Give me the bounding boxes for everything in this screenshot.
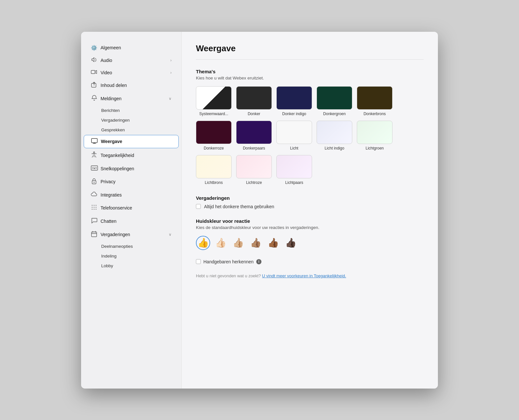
sidebar-sub-lobby[interactable]: Lobby bbox=[84, 261, 179, 270]
theme-label-light-bronze: Lichtbrons bbox=[205, 180, 223, 185]
skin-tone-desc: Kies de standaardhuidskleur voor uw reac… bbox=[196, 225, 424, 230]
svg-point-20 bbox=[92, 209, 92, 209]
theme-light-bronze[interactable]: Lichtbrons bbox=[196, 155, 232, 185]
sidebar-item-meldingen[interactable]: Meldingen ∨ bbox=[84, 92, 179, 105]
theme-grid: Systeemwaard... Donker Donker indigo Don… bbox=[196, 86, 424, 185]
sidebar-item-algemeen[interactable]: ⚙️ Algemeen bbox=[84, 42, 179, 54]
themes-section: Thema's Kies hoe u wilt dat Webex eruitz… bbox=[196, 69, 424, 185]
accessibility-icon bbox=[91, 151, 97, 159]
emoji-btn-1[interactable]: 👍🏻 bbox=[213, 236, 228, 250]
emoji-btn-5[interactable]: 👍🏿 bbox=[284, 236, 298, 250]
theme-label-system: Systeemwaard... bbox=[199, 112, 228, 116]
page-title: Weergave bbox=[196, 43, 424, 54]
theme-label-light: Licht bbox=[290, 146, 298, 150]
display-icon bbox=[91, 138, 98, 145]
svg-point-19 bbox=[96, 207, 96, 207]
sidebar-item-inhoud-delen[interactable]: Inhoud delen bbox=[84, 79, 179, 92]
svg-point-18 bbox=[94, 207, 94, 207]
sidebar-sub-vergaderingen[interactable]: Vergaderingen bbox=[84, 115, 179, 125]
theme-light[interactable]: Licht bbox=[276, 121, 312, 150]
theme-swatch-light-rose bbox=[236, 155, 272, 178]
sidebar-sub-deelnameopties[interactable]: Deelnameopties bbox=[84, 242, 179, 251]
theme-label-light-green: Lichtgroen bbox=[366, 146, 384, 150]
theme-label-dark-indigo: Donker indigo bbox=[282, 112, 306, 116]
svg-point-13 bbox=[94, 182, 95, 183]
dark-theme-label: Altijd het donkere thema gebruiken bbox=[204, 204, 274, 209]
svg-rect-23 bbox=[91, 232, 97, 237]
sidebar-sub-indeling[interactable]: Indeling bbox=[84, 251, 179, 261]
sidebar-item-telefoonservice[interactable]: Telefoonservice bbox=[84, 201, 179, 214]
gesture-checkbox[interactable] bbox=[196, 259, 201, 264]
chevron-icon: › bbox=[170, 58, 172, 63]
info-icon[interactable]: i bbox=[256, 259, 261, 264]
svg-point-15 bbox=[94, 205, 94, 205]
keyboard-icon bbox=[91, 165, 97, 172]
theme-label-light-rose: Lichtroze bbox=[246, 180, 262, 185]
emoji-row: 👍 👍🏻 👍🏼 👍🏽 👍🏾 👍🏿 bbox=[196, 236, 424, 250]
emoji-btn-2[interactable]: 👍🏼 bbox=[231, 236, 245, 250]
theme-dark-green[interactable]: Donkergroen bbox=[317, 86, 352, 116]
theme-system[interactable]: Systeemwaard... bbox=[196, 86, 232, 116]
share-icon bbox=[91, 82, 97, 89]
theme-swatch-light-bronze bbox=[196, 155, 232, 178]
sidebar-item-label: Telefoonservice bbox=[101, 205, 132, 210]
sidebar-sub-gesprekken[interactable]: Gesprekken bbox=[84, 125, 179, 135]
sidebar-item-weergave[interactable]: Weergave bbox=[84, 135, 179, 148]
gesture-row: Handgebaren herkennen i bbox=[196, 259, 424, 264]
theme-dark-rose[interactable]: Donkerroze bbox=[196, 121, 232, 150]
svg-point-17 bbox=[92, 207, 92, 207]
sidebar-item-vergaderingen[interactable]: Vergaderingen ∨ bbox=[84, 228, 179, 241]
svg-rect-9 bbox=[92, 168, 93, 169]
theme-swatch-light-green bbox=[357, 121, 392, 144]
sidebar-item-label: Vergaderingen bbox=[101, 232, 130, 237]
meetings-section: Vergaderingen Altijd het donkere thema g… bbox=[196, 195, 424, 209]
chevron-icon: › bbox=[170, 70, 172, 75]
sidebar-item-label: Audio bbox=[101, 58, 112, 63]
theme-light-indigo[interactable]: Licht indigo bbox=[317, 121, 352, 150]
dark-theme-checkbox[interactable] bbox=[196, 204, 201, 209]
sidebar: ⚙️ Algemeen Audio › Video › Inhoud delen bbox=[81, 32, 182, 389]
sidebar-item-privacy[interactable]: Privacy bbox=[84, 175, 179, 188]
sidebar-item-label: Weergave bbox=[101, 139, 122, 144]
theme-dark[interactable]: Donker bbox=[236, 86, 272, 116]
svg-point-21 bbox=[94, 209, 94, 209]
theme-swatch-system bbox=[196, 86, 232, 110]
bell-icon bbox=[91, 95, 97, 102]
theme-dark-purple[interactable]: Donkerpaars bbox=[236, 121, 272, 150]
svg-rect-0 bbox=[91, 70, 95, 74]
theme-swatch-light-purple bbox=[276, 155, 312, 178]
theme-label-dark-rose: Donkerroze bbox=[204, 146, 224, 150]
theme-light-rose[interactable]: Lichtroze bbox=[236, 155, 272, 185]
svg-rect-1 bbox=[91, 83, 96, 87]
theme-light-purple[interactable]: Lichtpaars bbox=[276, 155, 312, 185]
theme-dark-bronze[interactable]: Donkerbrons bbox=[357, 86, 392, 116]
dark-theme-row: Altijd het donkere thema gebruiken bbox=[196, 204, 424, 209]
video-icon bbox=[91, 70, 97, 76]
svg-rect-10 bbox=[93, 168, 95, 169]
sidebar-item-video[interactable]: Video › bbox=[84, 67, 179, 78]
theme-label-dark-green: Donkergroen bbox=[323, 112, 345, 116]
theme-swatch-dark-purple bbox=[236, 121, 272, 144]
calendar-icon bbox=[91, 231, 97, 238]
theme-label-light-indigo: Licht indigo bbox=[325, 146, 344, 150]
emoji-btn-4[interactable]: 👍🏾 bbox=[266, 236, 280, 250]
sidebar-item-audio[interactable]: Audio › bbox=[84, 54, 179, 66]
svg-rect-5 bbox=[92, 167, 93, 168]
svg-rect-4 bbox=[91, 166, 98, 170]
theme-light-green[interactable]: Lichtgroen bbox=[357, 121, 392, 150]
sidebar-item-label: Inhoud delen bbox=[101, 83, 127, 88]
sidebar-item-snelkoppelingen[interactable]: Snelkoppelingen bbox=[84, 162, 179, 175]
emoji-btn-0[interactable]: 👍 bbox=[196, 236, 210, 250]
chevron-down-icon: ∨ bbox=[169, 96, 172, 101]
theme-swatch-dark-indigo bbox=[276, 86, 312, 110]
theme-swatch-dark-bronze bbox=[357, 86, 392, 110]
theme-label-dark-bronze: Donkerbrons bbox=[364, 112, 386, 116]
sidebar-item-integraties[interactable]: Integraties bbox=[84, 189, 179, 201]
sidebar-sub-berichten[interactable]: Berichten bbox=[84, 106, 179, 115]
footer-link[interactable]: U vindt meer voorkeuren in Toegankelijkh… bbox=[262, 273, 346, 278]
sidebar-item-toegankelijkheid[interactable]: Toegankelijkheid bbox=[84, 149, 179, 162]
theme-dark-indigo[interactable]: Donker indigo bbox=[276, 86, 312, 116]
theme-swatch-dark-green bbox=[317, 86, 352, 110]
emoji-btn-3[interactable]: 👍🏽 bbox=[248, 236, 263, 250]
sidebar-item-chatten[interactable]: Chatten bbox=[84, 215, 179, 228]
